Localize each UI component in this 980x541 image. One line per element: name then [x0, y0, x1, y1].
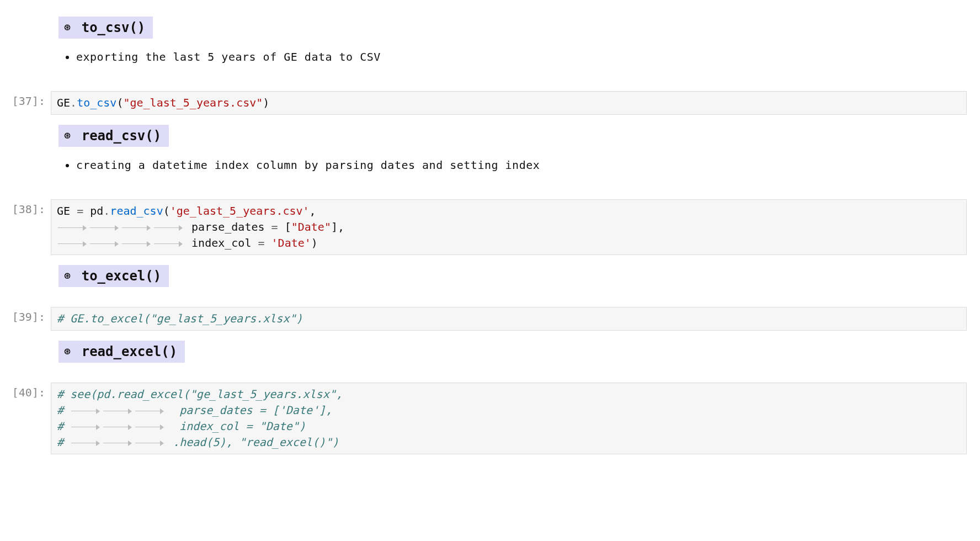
token-dot: .: [70, 96, 77, 109]
tab-indent-icon: [70, 407, 101, 415]
markdown-cell-to-excel: ⊛ to_excel(): [0, 263, 980, 299]
token-string: "ge_last_5_years.csv": [123, 96, 263, 109]
token-op: =: [258, 236, 264, 250]
code-body-39[interactable]: # GE.to_excel("ge_last_5_years.xlsx"): [51, 307, 967, 331]
bullet-list: exporting the last 5 years of GE data to…: [66, 49, 967, 66]
token-comment: parse_dates = ['Date'],: [166, 404, 332, 417]
prompt-38: [38]:: [0, 199, 51, 216]
bullet-item: exporting the last 5 years of GE data to…: [76, 49, 967, 66]
markdown-cell-read-excel: ⊛ read_excel(): [0, 338, 980, 375]
token-bracket: [: [278, 220, 291, 234]
heading-text: read_csv(): [82, 128, 162, 144]
code-pre: GE = pd.read_csv('ge_last_5_years.csv', …: [57, 203, 961, 251]
tab-indent-icon: [102, 439, 133, 447]
heading-to-excel: ⊛ to_excel(): [58, 265, 169, 287]
token-string: 'Date': [271, 236, 311, 250]
token-space: [265, 236, 271, 250]
code-cell-39: [39]: # GE.to_excel("ge_last_5_years.xls…: [0, 307, 980, 331]
token-bracket: ]: [331, 220, 338, 234]
tab-indent-icon: [134, 423, 165, 431]
tab-indent-icon: [153, 224, 184, 232]
token-paren: (: [163, 204, 170, 218]
prompt-39: [39]:: [0, 307, 51, 323]
token-paren: ): [311, 236, 318, 250]
tab-indent-icon: [121, 224, 152, 232]
tab-indent-icon: [70, 423, 101, 431]
prompt-empty: [0, 338, 51, 342]
tab-indent-icon: [102, 423, 133, 431]
section-bullet-icon: ⊛: [64, 129, 71, 142]
heading-to-csv: ⊛ to_csv(): [58, 17, 153, 39]
tab-indent-icon: [89, 240, 120, 248]
token-func: read_csv: [110, 204, 163, 218]
token-string: "Date": [291, 220, 331, 234]
notebook-page: ⊛ to_csv() exporting the last 5 years of…: [0, 0, 980, 495]
token-ident: GE: [57, 204, 77, 218]
prompt-40: [40]:: [0, 383, 51, 399]
heading-text: to_excel(): [82, 268, 162, 284]
tab-indent-icon: [134, 439, 165, 447]
section-bullet-icon: ⊛: [64, 344, 71, 358]
code-cell-40: [40]: # see(pd.read_excel("ge_last_5_yea…: [0, 383, 980, 454]
token-op: =: [271, 220, 278, 234]
prompt-empty: [0, 123, 51, 126]
token-comment: # GE.to_excel("ge_last_5_years.xlsx"): [57, 312, 303, 325]
markdown-body: ⊛ read_csv() creating a datetime index c…: [51, 123, 967, 192]
heading-read-excel: ⊛ read_excel(): [58, 341, 185, 363]
token-kwarg: parse_dates: [191, 220, 271, 234]
markdown-body: ⊛ to_csv() exporting the last 5 years of…: [51, 14, 967, 83]
token-kwarg: index_col: [191, 236, 258, 250]
heading-text: read_excel(): [82, 344, 177, 359]
code-body-37[interactable]: GE.to_csv("ge_last_5_years.csv"): [51, 91, 967, 115]
code-pre: # GE.to_excel("ge_last_5_years.xlsx"): [57, 311, 961, 327]
token-op: =: [77, 204, 83, 218]
token-comment: #: [57, 420, 70, 433]
prompt-empty: [0, 263, 51, 266]
prompt-empty: [0, 14, 51, 18]
code-pre: GE.to_csv("ge_last_5_years.csv"): [57, 95, 961, 111]
tab-indent-icon: [70, 439, 101, 447]
token-comma: ,: [310, 204, 316, 218]
markdown-cell-to-csv: ⊛ to_csv() exporting the last 5 years of…: [0, 14, 980, 83]
token-comment: index_col = "Date"): [166, 420, 306, 433]
heading-read-csv: ⊛ read_csv(): [58, 125, 169, 147]
code-body-38[interactable]: GE = pd.read_csv('ge_last_5_years.csv', …: [51, 199, 967, 255]
token-comment: # see(pd.read_excel("ge_last_5_years.xls…: [57, 388, 343, 401]
tab-indent-icon: [57, 224, 88, 232]
code-cell-38: [38]: GE = pd.read_csv('ge_last_5_years.…: [0, 199, 980, 255]
bullet-item: creating a datetime index column by pars…: [76, 157, 967, 174]
markdown-cell-read-csv: ⊛ read_csv() creating a datetime index c…: [0, 123, 980, 192]
token-comment: #: [57, 436, 70, 449]
section-bullet-icon: ⊛: [64, 20, 71, 34]
token-comma: ,: [338, 220, 344, 234]
tab-indent-icon: [153, 240, 184, 248]
tab-indent-icon: [134, 407, 165, 415]
tab-indent-icon: [57, 240, 88, 248]
markdown-body: ⊛ read_excel(): [51, 338, 967, 375]
token-paren: ): [263, 96, 269, 109]
section-bullet-icon: ⊛: [64, 269, 71, 282]
tab-indent-icon: [89, 224, 120, 232]
token-ident: GE: [57, 96, 70, 109]
token-func: to_csv: [77, 96, 116, 109]
token-comment: #: [57, 404, 70, 417]
token-dot: .: [103, 204, 110, 218]
code-body-40[interactable]: # see(pd.read_excel("ge_last_5_years.xls…: [51, 383, 967, 454]
token-string: 'ge_last_5_years.csv': [170, 204, 310, 218]
token-comment: .head(5), "read_excel()"): [166, 436, 339, 449]
tab-indent-icon: [102, 407, 133, 415]
token-paren: (: [116, 96, 123, 109]
heading-text: to_csv(): [82, 20, 146, 35]
tab-indent-icon: [121, 240, 152, 248]
markdown-body: ⊛ to_excel(): [51, 263, 967, 299]
code-pre: # see(pd.read_excel("ge_last_5_years.xls…: [57, 386, 961, 450]
token-ident: pd: [83, 204, 103, 218]
prompt-37: [37]:: [0, 91, 51, 108]
code-cell-37: [37]: GE.to_csv("ge_last_5_years.csv"): [0, 91, 980, 115]
bullet-list: creating a datetime index column by pars…: [66, 157, 967, 174]
